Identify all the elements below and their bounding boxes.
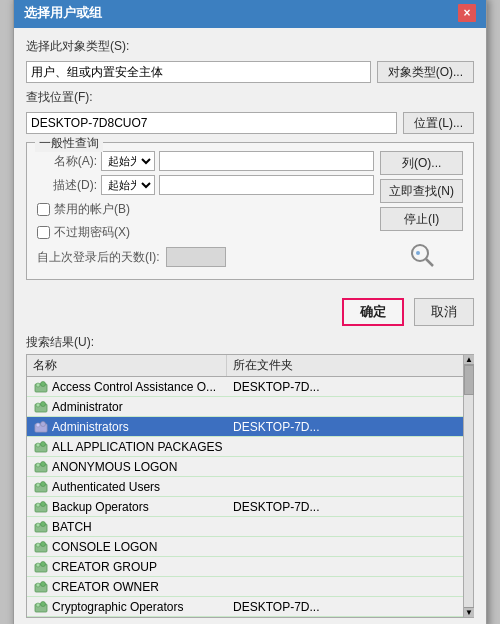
query-left: 名称(A): 起始为 描述(D): 起始为	[37, 151, 374, 267]
row-name: BATCH	[52, 520, 92, 534]
desc-row: 描述(D): 起始为	[37, 175, 374, 195]
query-right-buttons: 列(O)... 立即查找(N) 停止(I)	[380, 151, 463, 271]
confirm-button[interactable]: 确定	[342, 298, 404, 326]
name-row: 名称(A): 起始为	[37, 151, 374, 171]
row-icon	[33, 459, 49, 475]
stop-button[interactable]: 停止(I)	[380, 207, 463, 231]
cell-name: Access Control Assistance O...	[27, 378, 227, 396]
cell-name: Administrator	[27, 398, 227, 416]
cell-folder	[227, 486, 463, 488]
svg-point-25	[36, 523, 40, 527]
name-input[interactable]	[159, 151, 374, 171]
name-select[interactable]: 起始为	[101, 151, 155, 171]
general-query-section: 一般性查询 名称(A): 起始为 描述(D): 起	[26, 142, 474, 280]
cell-name: Cryptographic Operators	[27, 598, 227, 616]
no-expire-checkbox[interactable]	[37, 226, 50, 239]
results-table: 名称 所在文件夹 Access Control Assistance O... …	[27, 355, 463, 617]
select-user-group-dialog: 选择用户或组 × 选择此对象类型(S): 对象类型(O)... 查找位置(F):…	[13, 0, 487, 624]
location-input[interactable]	[26, 112, 397, 134]
cell-folder	[227, 586, 463, 588]
cancel-button[interactable]: 取消	[414, 298, 474, 326]
svg-point-16	[36, 463, 40, 467]
row-name: Administrators	[52, 420, 129, 434]
row-name: CREATOR OWNER	[52, 580, 159, 594]
cell-name: Authenticated Users	[27, 478, 227, 496]
svg-point-17	[41, 461, 46, 466]
bottom-buttons: 确定 取消	[14, 290, 486, 334]
svg-point-7	[36, 403, 40, 407]
section-title: 一般性查询	[35, 135, 103, 152]
table-row[interactable]: Administrator	[27, 397, 463, 417]
row-icon	[33, 559, 49, 575]
close-button[interactable]: ×	[458, 4, 476, 22]
results-header: 名称 所在文件夹	[27, 355, 463, 377]
results-wrapper: 名称 所在文件夹 Access Control Assistance O... …	[26, 354, 474, 618]
cell-folder	[227, 566, 463, 568]
disabled-accounts-label: 禁用的帐户(B)	[54, 201, 130, 218]
svg-point-31	[36, 563, 40, 567]
cell-name: CREATOR OWNER	[27, 578, 227, 596]
list-button[interactable]: 列(O)...	[380, 151, 463, 175]
cell-name: CREATOR GROUP	[27, 558, 227, 576]
search-icon	[406, 239, 438, 271]
row-icon	[33, 479, 49, 495]
row-icon	[33, 599, 49, 615]
row-name: Access Control Assistance O...	[52, 380, 216, 394]
object-type-input-row: 对象类型(O)...	[26, 61, 474, 83]
table-row[interactable]: Authenticated Users	[27, 477, 463, 497]
svg-point-5	[41, 381, 46, 386]
row-name: Authenticated Users	[52, 480, 160, 494]
checkbox-disabled-row: 禁用的帐户(B)	[37, 201, 374, 218]
svg-point-29	[41, 541, 46, 546]
disabled-accounts-checkbox[interactable]	[37, 203, 50, 216]
name-label: 名称(A):	[37, 153, 97, 170]
svg-point-20	[41, 481, 46, 486]
cell-name: Administrators	[27, 418, 227, 436]
location-input-row: 位置(L)...	[26, 112, 474, 134]
cell-folder	[227, 406, 463, 408]
row-name: CREATOR GROUP	[52, 560, 157, 574]
table-row[interactable]: ANONYMOUS LOGON	[27, 457, 463, 477]
object-type-input[interactable]	[26, 61, 371, 83]
row-name: ALL APPLICATION PACKAGES	[52, 440, 223, 454]
object-type-row: 选择此对象类型(S):	[26, 38, 474, 55]
svg-point-10	[36, 423, 40, 427]
table-row[interactable]: Backup Operators DESKTOP-7D...	[27, 497, 463, 517]
results-label: 搜索结果(U):	[26, 334, 474, 351]
table-row[interactable]: Cryptographic Operators DESKTOP-7D...	[27, 597, 463, 617]
row-name: Cryptographic Operators	[52, 600, 183, 614]
table-row[interactable]: Access Control Assistance O... DESKTOP-7…	[27, 377, 463, 397]
cell-name: ALL APPLICATION PACKAGES	[27, 438, 227, 456]
svg-point-23	[41, 501, 46, 506]
row-name: Backup Operators	[52, 500, 149, 514]
search-now-button[interactable]: 立即查找(N)	[380, 179, 463, 203]
query-main-row: 名称(A): 起始为 描述(D): 起始为	[37, 151, 463, 271]
col-name: 名称	[27, 355, 227, 376]
scrollbar[interactable]: ▲ ▼	[463, 355, 473, 617]
svg-point-11	[41, 421, 46, 426]
desc-input[interactable]	[159, 175, 374, 195]
desc-select[interactable]: 起始为	[101, 175, 155, 195]
row-name: ANONYMOUS LOGON	[52, 460, 177, 474]
object-type-button[interactable]: 对象类型(O)...	[377, 61, 474, 83]
cell-name: CONSOLE LOGON	[27, 538, 227, 556]
results-rows: Access Control Assistance O... DESKTOP-7…	[27, 377, 463, 617]
cell-folder	[227, 466, 463, 468]
row-icon	[33, 399, 49, 415]
table-row[interactable]: CREATOR OWNER	[27, 577, 463, 597]
svg-point-38	[41, 601, 46, 606]
row-icon	[33, 519, 49, 535]
no-expire-label: 不过期密码(X)	[54, 224, 130, 241]
dialog-title: 选择用户或组	[24, 4, 102, 22]
table-row[interactable]: CREATOR GROUP	[27, 557, 463, 577]
svg-point-2	[416, 251, 420, 255]
desc-label: 描述(D):	[37, 177, 97, 194]
table-row[interactable]: ALL APPLICATION PACKAGES	[27, 437, 463, 457]
row-name: CONSOLE LOGON	[52, 540, 157, 554]
row-icon	[33, 419, 49, 435]
table-row[interactable]: BATCH	[27, 517, 463, 537]
location-button[interactable]: 位置(L)...	[403, 112, 474, 134]
days-input[interactable]	[166, 247, 226, 267]
table-row[interactable]: CONSOLE LOGON	[27, 537, 463, 557]
table-row[interactable]: Administrators DESKTOP-7D...	[27, 417, 463, 437]
